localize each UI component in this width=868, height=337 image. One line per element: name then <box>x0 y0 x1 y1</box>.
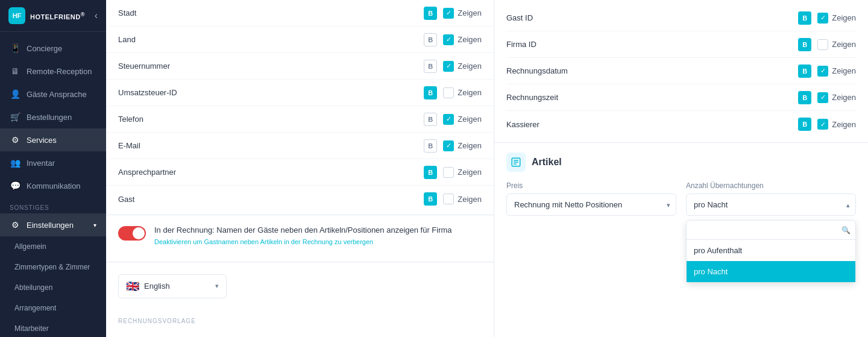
checkbox-gast-id[interactable]: ✓ <box>817 13 828 24</box>
sidebar-item-zimmertypen[interactable]: Zimmertypen & Zimmer <box>0 257 106 277</box>
preis-label: Preis <box>506 181 676 190</box>
b-badge-steuernummer[interactable]: B <box>424 60 437 73</box>
b-badge-ansprechpartner[interactable]: B <box>424 166 437 179</box>
field-label-gast-id: Gast ID <box>506 13 798 22</box>
guest-names-toggle[interactable]: ✕ <box>118 226 146 241</box>
checkbox-ansprechpartner[interactable] <box>443 167 454 178</box>
b-badge-land[interactable]: B <box>424 33 437 46</box>
b-badge-telefon[interactable]: B <box>424 113 437 126</box>
checkbox-umsatzsteuer[interactable] <box>443 87 454 98</box>
form-row-gast: Gast B Zeigen <box>106 186 494 212</box>
preis-select[interactable]: Rechnung mit Netto Positionen <box>506 194 676 216</box>
rechnungsvorlage-label: RECHNUNGSVORLAGE <box>106 310 494 327</box>
sidebar-item-abteilungen-label: Abteilungen <box>14 283 52 292</box>
concierge-icon: 📱 <box>10 43 20 54</box>
form-row-land: Land B ✓ Zeigen <box>106 27 494 53</box>
sidebar-item-services-label: Services <box>27 136 57 145</box>
sidebar-item-mitarbeiter-label: Mitarbeiter <box>14 324 49 333</box>
sidebar-item-remote-reception[interactable]: 🖥 Remote-Reception <box>0 60 106 83</box>
checkbox-gast[interactable] <box>443 194 454 204</box>
toggle-subtitle: Deaktivieren um Gastnamen neben Artikeln… <box>154 238 482 247</box>
dropdown-option-pro-nacht[interactable]: pro Nacht <box>687 261 855 282</box>
sidebar-item-remote-reception-label: Remote-Reception <box>27 67 92 76</box>
logo-icon: HF <box>8 7 25 24</box>
zeigen-label-rechnungsdatum: Zeigen <box>832 66 856 75</box>
sidebar: HF HOTELFRIEND® ‹ 📱 Concierge 🖥 Remote-R… <box>0 0 106 337</box>
left-panel: Stadt B ✓ Zeigen Land B ✓ Zeigen Steuern… <box>106 0 494 337</box>
b-badge-gast[interactable]: B <box>424 192 437 206</box>
uebernachtungen-label: Anzahl Übernachtungen <box>686 181 856 190</box>
bestellungen-icon: 🛒 <box>10 112 20 122</box>
checkbox-land[interactable]: ✓ <box>443 34 454 45</box>
checkbox-rechnungsdatum[interactable]: ✓ <box>817 66 828 77</box>
uebernachtungen-dropdown: 🔍 pro Aufenthalt pro Nacht <box>686 220 856 283</box>
sidebar-item-allgemein[interactable]: Allgemein <box>0 236 106 257</box>
checkbox-telefon[interactable]: ✓ <box>443 114 454 125</box>
checkbox-steuernummer[interactable]: ✓ <box>443 61 454 72</box>
b-badge-kassierer[interactable]: B <box>798 118 811 131</box>
dropdown-search: 🔍 <box>687 221 855 240</box>
sidebar-item-zimmertypen-label: Zimmertypen & Zimmer <box>14 263 90 271</box>
artikel-header: Artikel <box>506 153 856 172</box>
sidebar-item-allgemein-label: Allgemein <box>14 242 46 251</box>
search-icon: 🔍 <box>841 226 851 235</box>
right-form-rows: Gast ID B ✓ Zeigen Firma ID B Zeigen Rec… <box>494 0 868 142</box>
sidebar-item-inventar-label: Inventar <box>27 159 55 168</box>
b-badge-stadt[interactable]: B <box>424 7 437 20</box>
b-badge-umsatzsteuer[interactable]: B <box>424 86 437 99</box>
zeigen-label-gast: Zeigen <box>458 195 482 204</box>
sidebar-item-gaeste-ansprache[interactable]: 👤 Gäste Ansprache <box>0 83 106 106</box>
field-label-telefon: Telefon <box>118 115 424 124</box>
language-selector[interactable]: 🇬🇧 English ▾ <box>118 274 227 298</box>
sidebar-item-einstellungen-label: Einstellungen <box>27 221 74 230</box>
einstellungen-icon: ⚙ <box>10 219 20 230</box>
checkbox-email[interactable]: ✓ <box>443 140 454 151</box>
field-label-gast: Gast <box>118 195 424 204</box>
sidebar-item-arrangement[interactable]: Arrangement <box>0 298 106 318</box>
dropdown-option-pro-aufenthalt[interactable]: pro Aufenthalt <box>687 240 855 261</box>
dropdown-search-input[interactable] <box>691 225 838 235</box>
language-section: 🇬🇧 English ▾ <box>106 262 494 310</box>
zeigen-label-firma-id: Zeigen <box>832 40 856 49</box>
uebernachtungen-select[interactable]: pro Nacht <box>686 194 856 216</box>
language-name: English <box>144 282 210 291</box>
zeigen-label-umsatzsteuer: Zeigen <box>458 88 482 97</box>
chevron-down-icon: ▾ <box>215 282 219 290</box>
sidebar-item-inventar[interactable]: 👥 Inventar <box>0 151 106 174</box>
sonstiges-section-title: SONSTIGES <box>0 197 106 213</box>
checkbox-firma-id[interactable] <box>817 39 828 50</box>
zeigen-label-gast-id: Zeigen <box>832 13 856 22</box>
b-badge-email[interactable]: B <box>424 139 437 153</box>
field-label-email: E-Mail <box>118 141 424 150</box>
form-row-email: E-Mail B ✓ Zeigen <box>106 133 494 159</box>
artikel-form-grid: Preis Rechnung mit Netto Positionen ▾ An… <box>506 181 856 216</box>
inventar-icon: 👥 <box>10 157 20 168</box>
b-badge-rechnungsdatum[interactable]: B <box>798 65 811 78</box>
sidebar-item-kommunikation[interactable]: 💬 Kommunikation <box>0 174 106 197</box>
checkbox-stadt[interactable]: ✓ <box>443 8 454 19</box>
checkbox-kassierer[interactable]: ✓ <box>817 119 828 130</box>
checkbox-rechnungszeit[interactable]: ✓ <box>817 92 828 103</box>
form-rows-left: Stadt B ✓ Zeigen Land B ✓ Zeigen Steuern… <box>106 0 494 212</box>
b-badge-firma-id[interactable]: B <box>798 38 811 51</box>
uebernachtungen-selected-value: pro Nacht <box>694 200 728 209</box>
gaeste-ansprache-icon: 👤 <box>10 89 20 99</box>
sidebar-item-bestellungen[interactable]: 🛒 Bestellungen <box>0 106 106 128</box>
b-badge-gast-id[interactable]: B <box>798 11 811 25</box>
zeigen-label-land: Zeigen <box>458 35 482 44</box>
sidebar-item-einstellungen[interactable]: ⚙ Einstellungen ▾ <box>0 213 106 236</box>
sidebar-item-mitarbeiter[interactable]: Mitarbeiter <box>0 318 106 337</box>
field-label-land: Land <box>118 35 424 44</box>
logo-area: HF HOTELFRIEND® <box>8 7 85 24</box>
sidebar-item-abteilungen[interactable]: Abteilungen <box>0 277 106 298</box>
b-badge-rechnungszeit[interactable]: B <box>798 91 811 104</box>
sidebar-nav: 📱 Concierge 🖥 Remote-Reception 👤 Gäste A… <box>0 32 106 337</box>
chevron-down-icon: ▾ <box>93 222 96 228</box>
preis-group: Preis Rechnung mit Netto Positionen ▾ <box>506 181 676 216</box>
field-label-rechnungsdatum: Rechnungsdatum <box>506 66 798 75</box>
uebernachtungen-group: Anzahl Übernachtungen pro Nacht ▴ 🔍 <box>686 181 856 216</box>
sidebar-item-services[interactable]: ⚙ Services <box>0 128 106 151</box>
field-label-steuernummer: Steuernummer <box>118 61 424 71</box>
sidebar-item-concierge[interactable]: 📱 Concierge <box>0 37 106 60</box>
sidebar-toggle-button[interactable]: ‹ <box>95 10 98 21</box>
